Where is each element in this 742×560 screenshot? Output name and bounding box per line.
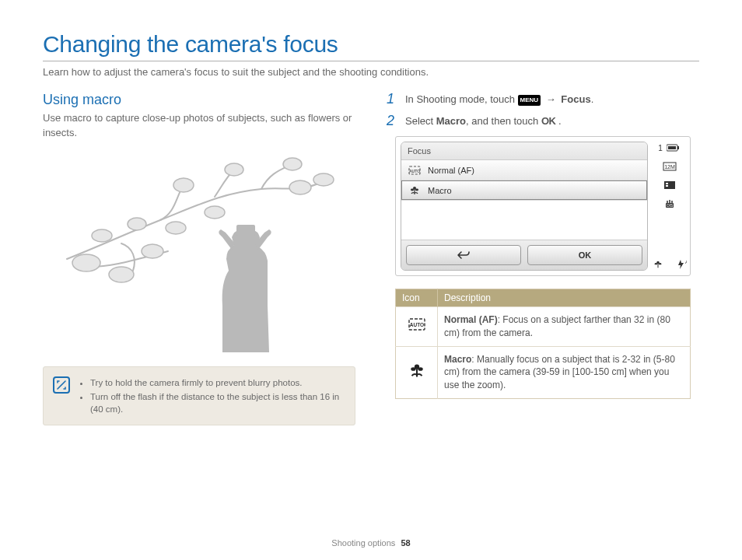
desc-name: Macro bbox=[444, 354, 471, 365]
page-subtitle: Learn how to adjust the camera's focus t… bbox=[43, 66, 699, 78]
svg-point-2 bbox=[142, 244, 163, 258]
back-button[interactable] bbox=[406, 245, 521, 265]
svg-point-35 bbox=[411, 368, 415, 372]
arrow-icon: → bbox=[546, 92, 556, 107]
svg-point-36 bbox=[418, 368, 422, 372]
step-number: 1 bbox=[387, 92, 399, 106]
macro-flower-icon bbox=[408, 185, 422, 196]
svg-point-0 bbox=[72, 254, 100, 271]
ok-glyph: OK bbox=[541, 115, 556, 127]
desc-text: : Manually focus on a subject that is 2-… bbox=[444, 354, 675, 391]
table-row: Macro: Manually focus on a subject that … bbox=[396, 346, 691, 398]
section-heading-macro: Using macro bbox=[43, 92, 355, 108]
svg-text:OIS: OIS bbox=[667, 203, 674, 208]
footer-page-number: 58 bbox=[401, 538, 410, 548]
step-text: In Shooting mode, touch bbox=[405, 93, 518, 105]
option-label: Normal (AF) bbox=[428, 166, 474, 175]
icon-description-table: Icon Description AUTO Normal (AF): Focus… bbox=[395, 289, 691, 399]
svg-text:AUTO: AUTO bbox=[409, 168, 420, 173]
svg-rect-25 bbox=[666, 185, 668, 187]
menu-icon: MENU bbox=[518, 95, 541, 106]
step-text: , and then touch bbox=[466, 115, 541, 127]
svg-point-8 bbox=[92, 229, 112, 242]
tip-box: Try to hold the camera firmly to prevent… bbox=[43, 366, 355, 425]
svg-text:A: A bbox=[685, 260, 687, 264]
table-row: AUTO Normal (AF): Focus on a subject far… bbox=[396, 307, 691, 347]
camera-screen-mock: Focus AUTO Normal (AF) bbox=[395, 136, 691, 276]
normal-af-icon: AUTO bbox=[408, 166, 422, 175]
option-label: Macro bbox=[428, 186, 452, 195]
table-header-icon: Icon bbox=[396, 289, 438, 307]
step-text: . bbox=[591, 93, 594, 105]
resolution-icon: 12M bbox=[662, 160, 677, 173]
table-header-description: Description bbox=[438, 289, 691, 307]
svg-point-29 bbox=[655, 263, 657, 264]
ois-icon: OIS bbox=[662, 198, 677, 210]
svg-rect-19 bbox=[677, 146, 679, 149]
note-icon bbox=[53, 376, 70, 394]
desc-name: Normal (AF) bbox=[444, 314, 498, 325]
tip-item: Try to hold the camera firmly to prevent… bbox=[90, 376, 345, 389]
macro-flower-icon bbox=[409, 369, 425, 380]
macro-illustration bbox=[59, 150, 339, 352]
quality-icon bbox=[662, 179, 677, 191]
macro-flower-icon bbox=[650, 258, 666, 271]
svg-point-3 bbox=[173, 178, 194, 192]
step-text-bold: Focus bbox=[561, 93, 590, 105]
section-body: Use macro to capture close-up photos of … bbox=[43, 111, 355, 141]
svg-point-16 bbox=[411, 188, 414, 191]
step-2: 2 Select Macro, and then touch OK . bbox=[387, 114, 699, 129]
svg-point-1 bbox=[109, 267, 134, 282]
svg-text:AUTO: AUTO bbox=[409, 322, 423, 327]
image-counter: 1 bbox=[658, 144, 663, 152]
svg-text:12M: 12M bbox=[664, 164, 675, 170]
step-text: Select bbox=[405, 115, 436, 127]
ok-button[interactable]: OK bbox=[527, 245, 642, 265]
svg-point-4 bbox=[225, 163, 243, 176]
svg-rect-20 bbox=[668, 146, 676, 149]
svg-point-6 bbox=[289, 180, 311, 194]
footer-section: Shooting options bbox=[331, 538, 395, 548]
svg-point-7 bbox=[313, 173, 334, 186]
svg-point-11 bbox=[205, 206, 225, 219]
svg-rect-24 bbox=[666, 183, 668, 184]
focus-option-macro[interactable]: Macro bbox=[401, 180, 647, 201]
svg-point-5 bbox=[283, 158, 302, 170]
svg-point-10 bbox=[166, 222, 186, 234]
flash-auto-icon: A bbox=[674, 258, 689, 271]
svg-rect-12 bbox=[236, 225, 255, 236]
tip-item: Turn off the flash if the distance to th… bbox=[90, 390, 345, 415]
normal-af-icon: AUTO bbox=[408, 322, 425, 333]
step-1: 1 In Shooting mode, touch MENU → Focus. bbox=[387, 92, 699, 107]
back-arrow-icon bbox=[457, 250, 471, 260]
step-text: . bbox=[555, 115, 561, 127]
page-footer: Shooting options 58 bbox=[0, 538, 742, 548]
step-text-bold: Macro bbox=[436, 115, 466, 127]
step-number: 2 bbox=[387, 114, 399, 128]
svg-point-17 bbox=[415, 188, 418, 191]
svg-point-9 bbox=[128, 218, 146, 230]
svg-point-30 bbox=[659, 263, 661, 264]
focus-option-normal[interactable]: AUTO Normal (AF) bbox=[401, 160, 647, 180]
page-title: Changing the camera's focus bbox=[43, 31, 699, 61]
battery-icon bbox=[666, 142, 681, 154]
screen-title: Focus bbox=[401, 142, 647, 159]
